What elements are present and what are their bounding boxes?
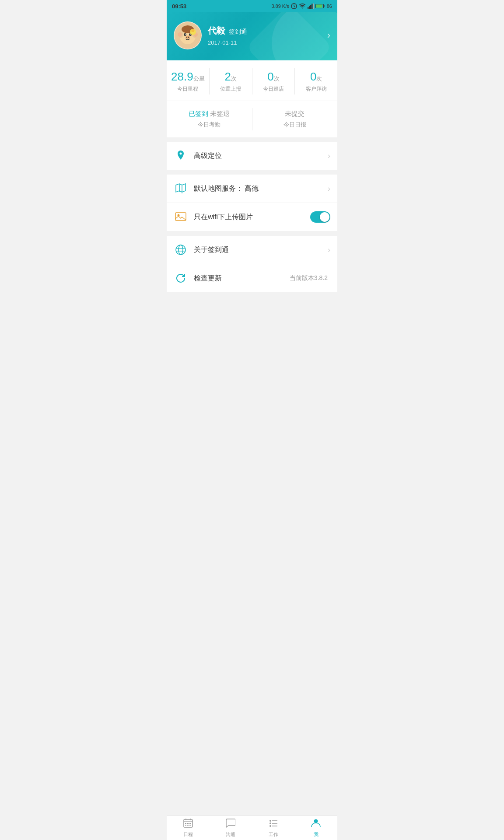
profile-header[interactable]: 代毅 签到通 2017-01-11 › bbox=[167, 12, 337, 60]
app-name: 签到通 bbox=[229, 28, 247, 36]
menu-item-wifi-upload[interactable]: 只在wifi下上传图片 bbox=[167, 203, 337, 231]
header-chevron-right[interactable]: › bbox=[327, 30, 330, 41]
menu-section-1: 高级定位 › bbox=[167, 142, 337, 170]
stat-distance-value: 28.9公里 bbox=[170, 70, 206, 84]
stat-location-unit: 次 bbox=[231, 75, 237, 82]
report-status: 未提交 bbox=[259, 110, 331, 118]
menu-wifi-text: 只在wifi下上传图片 bbox=[194, 213, 310, 222]
clock-icon bbox=[291, 3, 297, 9]
user-name: 代毅 bbox=[208, 25, 225, 37]
menu-item-location[interactable]: 高级定位 › bbox=[167, 142, 337, 170]
stats-section: 28.9公里 今日里程 2次 位置上报 0次 今日巡店 0次 客户拜访 bbox=[167, 60, 337, 101]
avatar bbox=[174, 21, 202, 49]
status-right: 3.89 K/s 86 bbox=[271, 3, 332, 9]
menu-item-update[interactable]: 检查更新 当前版本3.8.2 bbox=[167, 264, 337, 292]
battery-icon bbox=[315, 4, 325, 9]
menu-about-text: 关于签到通 bbox=[194, 245, 328, 255]
stat-distance-unit: 公里 bbox=[193, 75, 205, 82]
svg-rect-7 bbox=[323, 5, 324, 7]
svg-rect-1 bbox=[308, 7, 309, 9]
svg-rect-5 bbox=[313, 4, 314, 9]
svg-rect-2 bbox=[309, 6, 310, 9]
section-divider-2 bbox=[167, 170, 337, 175]
svg-point-20 bbox=[186, 37, 187, 38]
not-signed-text: 未签退 bbox=[210, 110, 230, 117]
menu-location-text: 高级定位 bbox=[194, 151, 328, 161]
attendance-checkin: 已签到 未签退 今日考勤 bbox=[167, 108, 252, 130]
image-icon bbox=[174, 210, 188, 224]
svg-point-21 bbox=[188, 37, 189, 38]
svg-point-25 bbox=[180, 153, 182, 155]
wifi-icon bbox=[299, 4, 306, 9]
section-divider-3 bbox=[167, 231, 337, 236]
signed-in-text: 已签到 bbox=[189, 110, 208, 117]
stat-location: 2次 位置上报 bbox=[210, 68, 252, 94]
location-icon bbox=[174, 149, 188, 163]
svg-point-17 bbox=[185, 34, 186, 35]
stat-location-label: 位置上报 bbox=[213, 85, 248, 93]
stat-patrol-value: 0次 bbox=[256, 70, 291, 84]
signal-icon bbox=[308, 4, 314, 9]
refresh-icon bbox=[174, 271, 188, 285]
menu-update-version: 当前版本3.8.2 bbox=[290, 274, 328, 282]
menu-map-text: 默认地图服务： 高德 bbox=[194, 184, 328, 193]
attendance-status: 已签到 未签退 bbox=[174, 110, 245, 118]
svg-point-31 bbox=[178, 245, 183, 255]
menu-about-arrow: › bbox=[328, 245, 330, 255]
stat-patrol-unit: 次 bbox=[274, 75, 280, 82]
menu-item-map[interactable]: 默认地图服务： 高德 › bbox=[167, 175, 337, 203]
menu-update-text: 检查更新 bbox=[194, 274, 290, 283]
section-divider-1 bbox=[167, 137, 337, 142]
stat-visit-label: 客户拜访 bbox=[298, 85, 334, 93]
toggle-knob bbox=[320, 212, 329, 222]
user-info: 代毅 签到通 2017-01-11 bbox=[208, 25, 247, 46]
stat-patrol-label: 今日巡店 bbox=[256, 85, 291, 93]
svg-point-24 bbox=[192, 29, 195, 32]
svg-point-12 bbox=[178, 32, 182, 37]
svg-point-19 bbox=[186, 36, 190, 39]
stat-location-value: 2次 bbox=[213, 70, 248, 84]
report-label: 今日日报 bbox=[259, 121, 331, 129]
stat-visit: 0次 客户拜访 bbox=[295, 68, 337, 94]
svg-point-15 bbox=[184, 33, 186, 36]
stat-visit-unit: 次 bbox=[316, 75, 322, 82]
svg-point-30 bbox=[176, 245, 186, 255]
stat-visit-value: 0次 bbox=[298, 70, 334, 84]
user-date: 2017-01-11 bbox=[208, 39, 247, 46]
svg-rect-3 bbox=[310, 5, 312, 9]
menu-section-3: 关于签到通 › 检查更新 当前版本3.8.2 bbox=[167, 236, 337, 292]
wifi-toggle[interactable] bbox=[310, 211, 330, 223]
header-left: 代毅 签到通 2017-01-11 bbox=[174, 21, 247, 49]
svg-rect-4 bbox=[312, 4, 313, 9]
svg-rect-28 bbox=[175, 213, 186, 220]
globe-icon bbox=[174, 243, 188, 257]
user-name-row: 代毅 签到通 bbox=[208, 25, 247, 37]
avatar-image bbox=[175, 22, 201, 49]
svg-rect-8 bbox=[316, 5, 322, 8]
attendance-label: 今日考勤 bbox=[174, 121, 245, 129]
stat-distance-label: 今日里程 bbox=[170, 85, 206, 93]
menu-map-arrow: › bbox=[328, 184, 330, 193]
status-bar: 09:53 3.89 K/s bbox=[167, 0, 337, 12]
network-speed: 3.89 K/s bbox=[271, 4, 289, 9]
attendance-section: 已签到 未签退 今日考勤 未提交 今日日报 bbox=[167, 101, 337, 137]
menu-item-about[interactable]: 关于签到通 › bbox=[167, 236, 337, 264]
menu-section-2: 默认地图服务： 高德 › 只在wifi下上传图片 bbox=[167, 175, 337, 231]
not-submitted-text: 未提交 bbox=[285, 110, 304, 117]
menu-location-arrow: › bbox=[328, 151, 330, 161]
battery-level: 86 bbox=[327, 4, 332, 9]
attendance-report: 未提交 今日日报 bbox=[252, 108, 338, 130]
avatar-svg bbox=[175, 22, 201, 49]
status-time: 09:53 bbox=[172, 3, 186, 10]
stat-distance: 28.9公里 今日里程 bbox=[167, 68, 210, 94]
stat-patrol: 0次 今日巡店 bbox=[252, 68, 295, 94]
map-icon bbox=[174, 182, 188, 196]
